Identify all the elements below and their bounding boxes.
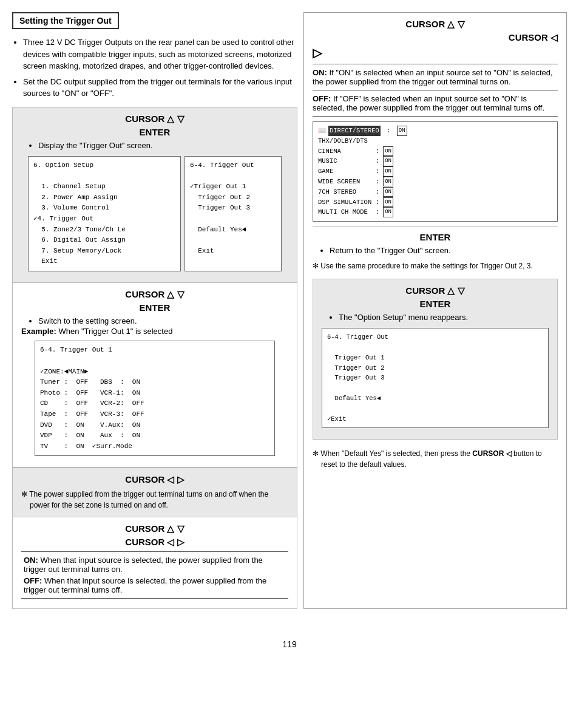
right-enter-sub-3-text: The "Option Setup" menu reappears. [339,311,549,324]
rtrig-2: Trigger Out 2 [327,363,543,373]
screen-left-line-10: Exit [33,256,175,267]
off-section-left: OFF: When that input source is selected,… [21,575,288,596]
bullet-1: Three 12 V DC Trigger Outputs on the rea… [23,36,297,72]
right-off-section: OFF: If "OFF" is selected when an input … [313,94,558,112]
screen-right-line-9: Exit [190,246,276,257]
divider-3 [313,116,558,117]
bullet-2: Set the DC output supplied from the trig… [23,76,297,100]
screen-right-line-8 [190,235,276,246]
note-zone: ✻ The power supplied from the trigger ou… [21,489,288,511]
example-bold: Example: [21,327,56,336]
screen-right-line-2 [190,171,276,182]
screen-right-line-7: Default Yes◄ [190,225,276,236]
on-text-left: When that input source is selected, the … [24,556,263,574]
rmode-game: GAME : ON [318,166,552,177]
screen-left-line-5: 3. Volume Control [33,203,175,214]
screen-right-line-4: Trigger Out 2 [190,192,276,203]
screen-right-line-6 [190,214,276,225]
rtrig-blank3 [327,404,543,414]
cursor-label-1: CURSOR △ ▽ [21,114,288,124]
left-section-2: CURSOR △ ▽ ENTER Switch to the setting s… [12,283,297,468]
right-note-trigger: ✻ Use the same procedure to make the set… [313,260,558,271]
screen-line-h6: CD : OFF VCR-2: OFF [40,398,269,409]
enter-sub-2: Switch to the setting screen. [38,315,288,327]
screen-left-line-8: 6. Digital Out Assign [33,235,175,246]
rtrig-1: Trigger Out 1 [327,353,543,363]
screen-line-h7: Tape : OFF VCR-3: OFF [40,409,269,420]
section-title: Setting the Trigger Out [12,12,119,29]
right-screen-modes: 📖 DIRECT/STEREO : ON THX/DOLBY/DTS CINEM… [313,121,558,222]
on-label-left: ON: [24,556,38,565]
rtrig-blank [327,342,543,353]
cursor-1b-text: CURSOR ◁ [509,32,558,43]
left-section-3: CURSOR ◁ ▷ ✻ The power supplied from the… [12,468,297,517]
screen-line-h4: Tuner : OFF DBS : ON [40,377,269,388]
example-text: When "Trigger Out 1" is selected [58,327,172,336]
screen-line-h5: Photo : OFF VCR-1: ON [40,388,269,399]
screen-left-line-7: 5. Zone2/3 Tone/Ch Le [33,225,175,236]
on-off-block-left: ON: When that input source is selected, … [21,551,288,599]
rmode-cinema: CINEMA : ON [318,146,552,157]
rtrig-default: Default Yes◄ [327,393,543,404]
divider-2 [313,90,558,90]
right-enter-sub: Return to the "Trigger Out" screen. [313,245,558,257]
cursor-label-4a: CURSOR △ ▽ [21,523,288,534]
screen-left-line-3: 1. Channel Setup [33,182,175,192]
screen-right-line-1: 6-4. Trigger Out [190,160,276,171]
right-section-4: ✻ When "Default Yes" is selected, then p… [313,440,558,475]
off-label-left: OFF: [24,576,42,585]
right-arrow: ▷ [313,46,558,60]
direct-stereo-highlight: DIRECT/STEREO [328,126,381,136]
rmode-wide: WIDE SCREEN : ON [318,177,552,187]
right-cursor-1a: CURSOR △ ▽ [313,19,558,30]
screen-left-line-9: 7. Setup Memory/Lock [33,246,175,257]
screen-line-h3: ✓ZONE:◄MAIN► [40,367,269,378]
right-on-section: ON: If "ON" is selected when an input so… [313,68,558,86]
right-enter-sub-3: The "Option Setup" menu reappears. [322,311,549,324]
right-screen-trigger-out: 6-4. Trigger Out Trigger Out 1 Trigger O… [322,328,549,428]
rmode-multi: MULTI CH MODE : ON [318,207,552,217]
enter-sub-list-1: Display the "Trigger Out" screen. [21,140,288,152]
cursor-4b-text: CURSOR ◁ ▷ [125,537,184,547]
cursor-label-3: CURSOR ◁ ▷ [21,474,288,485]
cursor-label-2: CURSOR △ ▽ [21,289,288,300]
screen-line-h2 [40,356,269,367]
right-off-text: If "OFF" is selected when an input sourc… [313,94,544,112]
right-on-label: ON: [313,68,327,77]
screen-trigger-out-1: 6-4. Trigger Out 1 ✓ZONE:◄MAIN► Tuner : … [35,341,275,456]
screen-left-line-6: ✓4. Trigger Out [33,214,175,225]
left-section-4: CURSOR △ ▽ CURSOR ◁ ▷ ON: When that inpu… [12,517,297,609]
right-enter-label: ENTER [313,232,558,242]
cursor-label-4b: CURSOR ◁ ▷ [21,537,288,548]
enter-sub-1: Display the "Trigger Out" screen. [38,140,288,152]
screen-right-line-3: ✓Trigger Out 1 [190,182,276,192]
rmode-dsp: DSP SIMULATION : ON [318,197,552,208]
screen-left-line-4: 2. Power Amp Assign [33,192,175,203]
right-cursor-1b: CURSOR ◁ [313,32,558,43]
right-enter-3: ENTER [322,299,549,309]
screen-line-h1: 6-4. Trigger Out 1 [40,345,269,356]
enter-sub-list-2: Switch to the setting screen. [21,315,288,327]
right-section-2: ENTER Return to the "Trigger Out" screen… [313,226,558,276]
rmode-book-icon: 📖 DIRECT/STEREO : ON [318,126,552,136]
screen-dual: 6. Option Setup 1. Channel Setup 2. Powe… [28,156,282,271]
rtrig-3: Trigger Out 3 [327,373,543,383]
right-on-text: If "ON" is selected when an input source… [313,68,553,86]
intro-bullets: Three 12 V DC Trigger Outputs on the rea… [12,36,297,100]
right-note-default: ✻ When "Default Yes" is selected, then p… [313,448,558,470]
screen-left-line-2 [33,171,175,182]
rtrig-exit: ✓Exit [327,414,543,424]
left-section-1: CURSOR △ ▽ ENTER Display the "Trigger Ou… [12,107,297,283]
divider-1 [313,64,558,64]
screen-line-h9: VDP : ON Aux : ON [40,430,269,441]
screen-right-line-5: Trigger Out 3 [190,203,276,214]
on-section-left: ON: When that input source is selected, … [21,554,288,575]
screen-line-h8: DVD : ON V.Aux: ON [40,420,269,431]
screen-left: 6. Option Setup 1. Channel Setup 2. Powe… [28,156,181,271]
off-text-left: When that input source is selected, the … [24,576,266,594]
rtrig-title: 6-4. Trigger Out [327,332,543,342]
rmode-thx: THX/DOLBY/DTS [318,136,552,146]
screen-left-line-1: 6. Option Setup [33,160,175,171]
screen-right: 6-4. Trigger Out ✓Trigger Out 1 Trigger … [185,156,282,271]
screen-line-h10: TV : ON ✓Surr.Mode [40,441,269,452]
